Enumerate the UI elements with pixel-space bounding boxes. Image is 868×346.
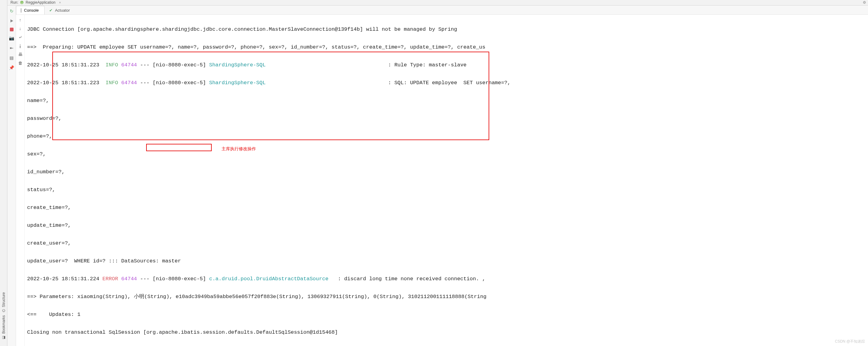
log-line: <== Updates: 1 bbox=[27, 310, 866, 319]
console-wrap: ↑ ↓ ⤶ ⭳ 🖶 🗑 JDBC Connection [org.apache.… bbox=[16, 15, 868, 346]
exit-button[interactable]: ⇤ bbox=[9, 45, 15, 51]
bookmarks-label: Bookmarks bbox=[2, 315, 6, 334]
close-run-tab-icon[interactable]: × bbox=[59, 1, 61, 4]
annotation-text: 主库执行修改操作 bbox=[221, 144, 256, 153]
stop-button[interactable] bbox=[10, 28, 13, 31]
log-line: JDBC Connection [org.apache.shardingsphe… bbox=[27, 25, 866, 34]
structure-icon: ⌬ bbox=[2, 309, 6, 312]
tab-console-label: Console bbox=[24, 8, 39, 12]
tab-actuator-label: Actuator bbox=[55, 8, 70, 12]
console-output[interactable]: JDBC Connection [org.apache.shardingsphe… bbox=[25, 15, 868, 346]
log-line: 2022-10-25 18:51:31.223 INFO 64744 --- [… bbox=[27, 61, 866, 69]
console-gutter: ↑ ↓ ⤶ ⭳ 🖶 🗑 bbox=[16, 15, 25, 346]
screenshot-button[interactable]: 📷 bbox=[9, 35, 15, 41]
log-line: id_number=?, bbox=[27, 168, 866, 176]
log-line: phone=?, bbox=[27, 132, 866, 141]
log-line: ==> Parameters: xiaoming(String), 小明(Str… bbox=[27, 292, 866, 301]
bookmarks-icon: ◧ bbox=[2, 336, 6, 340]
log-line: create_user=?, bbox=[27, 239, 866, 248]
scroll-to-end-button[interactable]: ⭳ bbox=[18, 43, 23, 48]
log-line: update_time=?, bbox=[27, 221, 866, 230]
run-label: Run: bbox=[10, 0, 18, 5]
tab-actuator[interactable]: ✔ Actuator bbox=[44, 6, 76, 14]
log-line: ==> Preparing: UPDATE employee SET usern… bbox=[27, 43, 866, 51]
rerun-button[interactable]: ↻ bbox=[9, 8, 15, 14]
run-tool-gutter: ↻ 📷 ⇤ ▤ 📌 bbox=[7, 5, 16, 346]
log-line: 2022-10-25 18:51:31.223 INFO 64744 --- [… bbox=[27, 78, 866, 87]
workspace: ↻ 📷 ⇤ ▤ 📌 Console ✔ Actuator bbox=[7, 5, 868, 346]
svg-marker-1 bbox=[10, 20, 13, 23]
spring-boot-icon bbox=[20, 1, 24, 4]
log-line: sex=?, bbox=[27, 150, 866, 159]
main-area: Run: ReggieApplication × ⚙ ↻ 📷 ⇤ ▤ 📌 bbox=[7, 0, 868, 346]
run-config-name: ReggieApplication bbox=[26, 0, 55, 5]
log-line: update_user=? WHERE id=? ::: DataSources… bbox=[27, 256, 866, 266]
log-line: 2022-10-25 18:51:31.224 ERROR 64744 --- … bbox=[27, 274, 866, 283]
side-tool-rail: ⌬ Structure ◧ Bookmarks bbox=[0, 0, 7, 346]
pin-button[interactable]: 📌 bbox=[9, 65, 15, 71]
run-panel: Console ✔ Actuator ↑ ↓ ⤶ ⭳ 🖶 🗑 JDBC Conn… bbox=[16, 5, 868, 346]
run-config-chip[interactable]: Run: ReggieApplication × bbox=[10, 0, 61, 5]
structure-tool-button[interactable]: ⌬ Structure bbox=[2, 292, 6, 312]
soft-wrap-button[interactable]: ⤶ bbox=[18, 34, 23, 40]
tab-console[interactable]: Console bbox=[16, 6, 44, 14]
layout-button[interactable]: ▤ bbox=[9, 55, 15, 61]
console-tabs: Console ✔ Actuator bbox=[16, 5, 868, 15]
bookmarks-tool-button[interactable]: ◧ Bookmarks bbox=[2, 315, 6, 340]
watermark: CSDN @不知迷踪 bbox=[835, 339, 865, 344]
console-tab-icon bbox=[21, 8, 22, 12]
log-line: create_time=?, bbox=[27, 203, 866, 212]
log-line: password=?, bbox=[27, 114, 866, 123]
log-line: status=?, bbox=[27, 185, 866, 194]
log-line: Closing non transactional SqlSession [or… bbox=[27, 328, 866, 337]
run-indicator-icon bbox=[9, 18, 15, 24]
prev-occurrence-button[interactable]: ↑ bbox=[18, 17, 23, 23]
structure-label: Structure bbox=[2, 292, 6, 307]
run-header: Run: ReggieApplication × ⚙ bbox=[7, 0, 868, 5]
gear-icon[interactable]: ⚙ bbox=[863, 0, 866, 5]
log-line: name=?, bbox=[27, 96, 866, 105]
next-occurrence-button[interactable]: ↓ bbox=[18, 26, 23, 31]
clear-all-button[interactable]: 🗑 bbox=[18, 60, 23, 66]
actuator-tab-icon: ✔ bbox=[49, 8, 53, 12]
print-button[interactable]: 🖶 bbox=[18, 51, 23, 57]
